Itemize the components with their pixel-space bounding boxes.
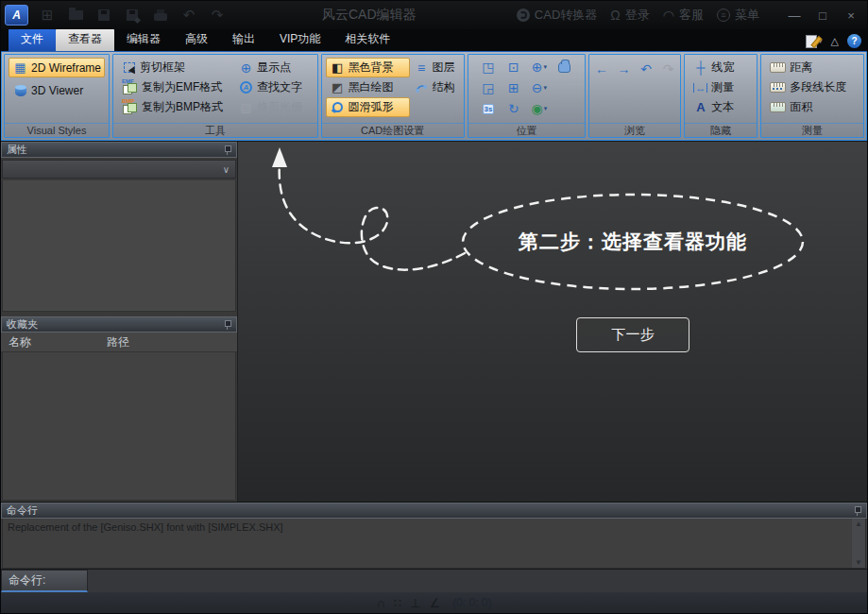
new-file-button[interactable]: ⊞ bbox=[38, 7, 57, 24]
drawing-canvas[interactable]: 第二步：选择查看器功能 下一步 bbox=[238, 142, 867, 502]
button-layers[interactable]: ≡ 图层 bbox=[410, 58, 460, 77]
button-label: 线宽 bbox=[711, 60, 734, 76]
chevron-down-icon: ∨ bbox=[223, 164, 230, 175]
button-cut-frame[interactable]: 剪切框架 bbox=[117, 58, 234, 77]
smooth-arc-icon bbox=[331, 102, 345, 112]
group-browse: ← → ↶ ↷ 浏览 bbox=[588, 54, 681, 138]
zoom-out-button[interactable]: ⊖▾ bbox=[528, 78, 551, 97]
pan-button[interactable] bbox=[553, 58, 576, 77]
quick-edit-button[interactable]: ▾ bbox=[806, 35, 823, 48]
button-measure-area[interactable]: 面积 bbox=[765, 97, 859, 117]
menu-button[interactable]: ≡ 菜单 bbox=[717, 7, 759, 24]
save-as-icon bbox=[127, 9, 138, 21]
tab-output[interactable]: 输出 bbox=[220, 28, 267, 51]
tab-advanced[interactable]: 高级 bbox=[173, 28, 220, 51]
tutorial-arrow-path bbox=[280, 162, 465, 270]
find-text-icon: A bbox=[239, 81, 253, 94]
tab-viewer[interactable]: 查看器 bbox=[56, 28, 114, 51]
pin-icon[interactable] bbox=[223, 319, 231, 330]
cad-converter-button[interactable]: CAD转换器 bbox=[517, 7, 597, 24]
save-as-button[interactable] bbox=[123, 7, 142, 24]
pencil-icon bbox=[806, 35, 817, 48]
minimize-button[interactable]: — bbox=[782, 5, 807, 26]
column-header-name[interactable]: 名称 bbox=[1, 334, 107, 350]
zoom-extents-button[interactable]: ⊞ bbox=[502, 78, 525, 97]
command-input-row: 命令行: bbox=[1, 569, 867, 592]
button-black-background[interactable]: ◧ 黑色背景 bbox=[326, 58, 410, 77]
button-3d-viewer[interactable]: 3D Viewer bbox=[9, 80, 105, 100]
button-2d-wireframe[interactable]: ▦ 2D Wireframe bbox=[9, 58, 105, 77]
view-forward-button[interactable]: → bbox=[616, 60, 633, 78]
scroll-up-icon[interactable]: ▲ bbox=[855, 520, 862, 528]
linewidth-icon: ┼ bbox=[693, 60, 707, 75]
button-copy-bmp[interactable]: BMP 复制为BMP格式 bbox=[117, 97, 234, 117]
command-log[interactable]: Replacement of the [Geniso.SHX] font wit… bbox=[3, 519, 852, 568]
button-bw-drawing[interactable]: ◩ 黑白绘图 bbox=[326, 77, 410, 97]
tab-vip[interactable]: VIP功能 bbox=[267, 28, 332, 51]
copy-bmp-icon: BMP bbox=[122, 100, 138, 114]
next-step-button[interactable]: 下一步 bbox=[576, 317, 689, 352]
redo-button[interactable]: ↷ bbox=[208, 7, 227, 24]
ribbon: ▦ 2D Wireframe 3D Viewer Visual Styles 剪… bbox=[1, 52, 867, 141]
button-measure-distance[interactable]: 距离 bbox=[765, 58, 859, 77]
undo-button[interactable]: ↶ bbox=[179, 7, 198, 24]
login-button[interactable]: Ω 登录 bbox=[610, 7, 649, 24]
bw-drawing-icon: ◩ bbox=[331, 80, 345, 94]
render-mode-button[interactable]: ◉▾ bbox=[528, 99, 551, 118]
help-button[interactable]: ? bbox=[847, 34, 861, 48]
button-label: 3D Viewer bbox=[31, 84, 83, 97]
command-input[interactable] bbox=[88, 570, 867, 592]
open-file-button[interactable] bbox=[66, 7, 85, 24]
scroll-down-icon[interactable]: ▼ bbox=[855, 558, 862, 567]
cascade-windows-button[interactable]: ◳ bbox=[477, 58, 500, 77]
view-back-button[interactable]: ← bbox=[593, 60, 610, 78]
view-3s-button[interactable]: 3s bbox=[477, 99, 500, 118]
tab-related-software[interactable]: 相关软件 bbox=[332, 28, 402, 51]
group-hide: ┼ 线宽 ↔ 测量 A 文本 隐藏 bbox=[684, 54, 757, 138]
save-button[interactable] bbox=[94, 7, 113, 24]
properties-panel-body bbox=[2, 180, 236, 312]
maximize-button[interactable]: □ bbox=[810, 5, 835, 26]
show-point-icon: ⊕ bbox=[239, 60, 253, 76]
pin-icon[interactable] bbox=[223, 145, 231, 155]
tile-windows-button[interactable]: ◲ bbox=[477, 78, 500, 97]
support-button[interactable]: ◠ 客服 bbox=[663, 7, 704, 24]
button-copy-emf[interactable]: EMF 复制为EMF格式 bbox=[117, 77, 234, 97]
view-undo-button[interactable]: ↶ bbox=[638, 60, 655, 78]
pin-icon[interactable] bbox=[853, 505, 861, 516]
zoom-window-button[interactable]: ⊡ bbox=[502, 58, 525, 77]
structure-icon bbox=[415, 82, 429, 94]
grid-toggle-icon[interactable]: ∷ bbox=[394, 596, 401, 610]
group-measure: 距离 多段线长度 面积 测量 bbox=[760, 54, 864, 138]
black-background-icon: ◧ bbox=[331, 60, 345, 75]
column-header-path[interactable]: 路径 bbox=[107, 334, 129, 350]
favorites-panel-header: 收藏夹 bbox=[1, 316, 237, 333]
button-show-point[interactable]: ⊕ 显示点 bbox=[234, 58, 307, 77]
tab-editor[interactable]: 编辑器 bbox=[114, 28, 173, 51]
properties-title: 属性 bbox=[7, 143, 223, 157]
refresh-view-button[interactable]: ↻ bbox=[502, 99, 525, 118]
ortho-toggle-icon[interactable]: ⊥ bbox=[410, 596, 420, 610]
close-button[interactable]: × bbox=[839, 5, 863, 26]
tab-file[interactable]: 文件 bbox=[9, 28, 56, 51]
button-hide-linewidth[interactable]: ┼ 线宽 bbox=[689, 58, 753, 77]
scrollbar[interactable]: ▲ ▼ bbox=[852, 519, 865, 568]
snap-toggle-icon[interactable]: ∩ bbox=[377, 596, 385, 610]
button-label: 显示点 bbox=[257, 60, 291, 76]
button-hide-measure[interactable]: ↔ 测量 bbox=[689, 77, 753, 97]
zoom-in-button[interactable]: ⊕▾ bbox=[528, 58, 551, 77]
button-label: 面积 bbox=[790, 99, 812, 115]
print-button[interactable] bbox=[151, 7, 170, 24]
collapse-ribbon-button[interactable]: △ bbox=[831, 35, 839, 47]
button-structure[interactable]: 结构 bbox=[410, 77, 460, 97]
button-find-text[interactable]: A 查找文字 bbox=[234, 77, 307, 97]
caret-down-icon: ▾ bbox=[544, 63, 548, 71]
group-label: Visual Styles bbox=[5, 123, 109, 137]
button-measure-polyline[interactable]: 多段线长度 bbox=[765, 77, 859, 97]
button-smooth-arc[interactable]: 圆滑弧形 bbox=[326, 97, 410, 117]
button-hide-text[interactable]: A 文本 bbox=[689, 97, 753, 117]
angle-toggle-icon[interactable]: ∠ bbox=[429, 596, 440, 610]
button-label: 圆滑弧形 bbox=[349, 99, 394, 115]
button-label: 2D Wireframe bbox=[31, 61, 101, 75]
properties-selector-dropdown[interactable]: ∨ bbox=[2, 160, 236, 179]
